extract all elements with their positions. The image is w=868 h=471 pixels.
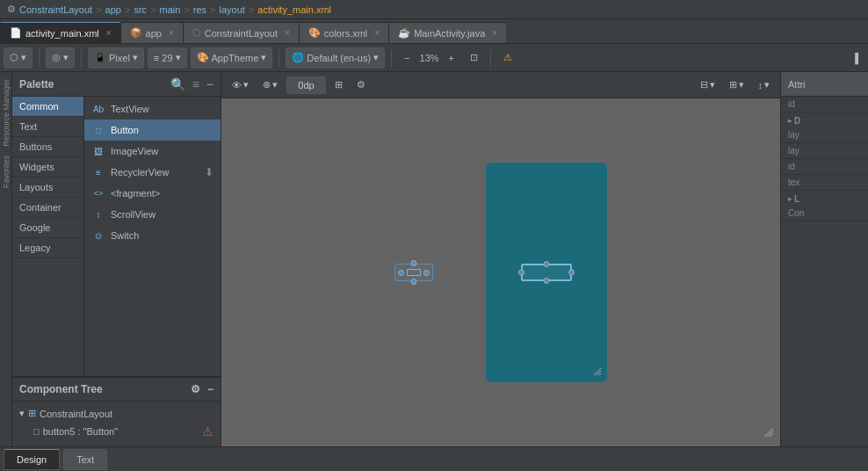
device-button-widget[interactable] (521, 264, 572, 281)
phone-icon: 📱 (94, 52, 106, 63)
attr-section-d: ▸ D (781, 112, 868, 127)
design-mode-dropdown[interactable]: ⬡ ▾ (4, 47, 33, 69)
bc-main[interactable]: main (160, 4, 181, 15)
palette-item-label: <fragment> (111, 188, 160, 199)
zoom-in-button[interactable]: + (443, 47, 460, 69)
chevron-align: ▾ (710, 79, 715, 91)
chevron-down-icon: ▾ (21, 52, 26, 63)
palette-item-button[interactable]: □ Button (84, 120, 221, 141)
imageview-icon: 🖼 (91, 144, 105, 158)
cat-layouts[interactable]: Layouts (12, 178, 83, 198)
tab-app[interactable]: 📦 app × (120, 22, 183, 43)
tab-close-constraint[interactable]: × (285, 28, 290, 38)
canvas-area: 👁 ▾ ⊗ ▾ ⊞ ⚙ ⊟ ▾ ⊞ ▾ ↕ (221, 72, 780, 446)
bc-icon: ⚙ (7, 4, 16, 15)
align-button[interactable]: ⊟ ▾ (695, 76, 720, 95)
bc-res[interactable]: res (193, 4, 206, 15)
resource-manager-vtab[interactable]: Resource Manager (1, 76, 11, 150)
api-dropdown[interactable]: ≡ 29 ▾ (148, 47, 187, 69)
palette-categories: Common Text Buttons Widgets Layouts Cont… (12, 97, 84, 376)
design-surface-dropdown[interactable]: ◎ ▾ (46, 47, 75, 69)
tab-close-java[interactable]: × (492, 28, 497, 38)
preview-dot-right (423, 270, 430, 276)
constraint-button[interactable]: ↕ ▾ (753, 76, 776, 95)
chevron-down-icon-2: ▾ (63, 52, 69, 63)
zoom-out-button[interactable]: − (398, 47, 416, 69)
tab-activity-main[interactable]: 📄 activity_main.xml × (0, 22, 120, 43)
palette-item-textview[interactable]: Ab TextView (84, 98, 221, 120)
cat-legacy[interactable]: Legacy (12, 238, 83, 258)
palette-minimize-icon[interactable]: − (206, 77, 213, 91)
palette-item-recyclerview[interactable]: ≡ RecyclerView ⬇ (84, 162, 221, 183)
tab-mainactivity[interactable]: ☕ MainActivity.java × (388, 22, 506, 43)
tab-design[interactable]: Design (4, 449, 60, 470)
resize-corner-icon (592, 366, 603, 379)
palette-item-switch[interactable]: ⊙ Switch (84, 225, 221, 246)
fit-screen-button[interactable]: ⊡ (464, 47, 484, 69)
warning-button[interactable]: ⚠ (497, 47, 518, 69)
palette-item-label: Switch (111, 230, 139, 241)
tab-close-colors[interactable]: × (374, 28, 380, 38)
palette-item-imageview[interactable]: 🖼 ImageView (84, 141, 221, 162)
palette-item-label: TextView (111, 104, 149, 114)
textview-icon: Ab (91, 102, 105, 116)
tree-expand-icon: ▾ (19, 408, 25, 419)
magnet-button[interactable]: ⊗ ▾ (257, 76, 283, 95)
palette-item-label: ImageView (111, 146, 158, 156)
palette-item-scrollview[interactable]: ↕ ScrollView (84, 204, 221, 225)
secondary-toolbar: 👁 ▾ ⊗ ▾ ⊞ ⚙ ⊟ ▾ ⊞ ▾ ↕ (221, 72, 780, 98)
attributes-title: Attri (788, 79, 806, 90)
theme-dropdown[interactable]: 🎨 AppTheme ▾ (191, 47, 273, 69)
palette-search-icon[interactable]: 🔍 (170, 77, 185, 91)
tab-text[interactable]: Text (63, 449, 107, 470)
button5-icon: □ (33, 426, 40, 437)
design-mode-icon: ⬡ (10, 52, 18, 63)
section-label-l: L (794, 194, 799, 204)
palette-item-label: RecyclerView (111, 167, 169, 178)
bc-layout[interactable]: layout (220, 4, 245, 15)
tree-settings-icon[interactable]: ⚙ (191, 383, 200, 395)
cat-widgets[interactable]: Widgets (12, 157, 83, 178)
palette-item-fragment[interactable]: <> <fragment> (84, 183, 221, 204)
minus-icon: − (404, 53, 409, 63)
bc-constraint[interactable]: ConstraintLayout (19, 4, 92, 15)
device-frame (486, 163, 607, 382)
palette-more-icon[interactable]: ≡ (192, 77, 199, 91)
attributes-toggle[interactable]: ▐ (845, 47, 864, 69)
attr-label-con: Con (788, 208, 807, 218)
favorites-vtab[interactable]: Favorites (1, 152, 11, 192)
locale-dropdown[interactable]: 🌐 Default (en-us) ▾ (286, 47, 385, 69)
cat-container[interactable]: Container (12, 198, 83, 218)
chevron-down-icon-6: ▾ (373, 52, 379, 63)
attr-label-lay2: lay (788, 146, 807, 156)
bc-app[interactable]: app (105, 4, 121, 15)
ct-constraint-layout[interactable]: ▾ ⊞ ConstraintLayout (12, 405, 221, 422)
tab-close-app[interactable]: × (169, 28, 174, 38)
tab-constraint[interactable]: ⬡ ConstraintLayout × (183, 22, 299, 43)
offset-input[interactable] (286, 76, 326, 94)
tab-close-activity[interactable]: × (106, 28, 112, 38)
tab-icon-constraint: ⬡ (192, 27, 201, 39)
eye-button[interactable]: 👁 ▾ (227, 76, 254, 95)
tree-minimize-icon[interactable]: − (207, 383, 213, 395)
cat-common[interactable]: Common (12, 97, 83, 117)
section-triangle-d: ▸ (788, 117, 792, 125)
device-dropdown[interactable]: 📱 Pixel ▾ (88, 47, 144, 69)
ct-button5[interactable]: □ button5 : "Button" ⚠ (12, 422, 221, 441)
recyclerview-icon: ≡ (91, 165, 105, 179)
canvas-corner (763, 426, 775, 441)
tools-button[interactable]: ⚙ (351, 76, 371, 95)
tab-bar: 📄 activity_main.xml × 📦 app × ⬡ Constrai… (0, 19, 868, 44)
cat-text[interactable]: Text (12, 117, 83, 137)
component-tree-panel: Component Tree ⚙ − ▾ ⊞ ConstraintLayout … (12, 376, 221, 446)
cat-buttons[interactable]: Buttons (12, 137, 83, 157)
margin-button[interactable]: ⊞ ▾ (724, 76, 749, 95)
ct-node-label: ConstraintLayout (40, 409, 112, 419)
tab-colors[interactable]: 🎨 colors.xml × (299, 22, 388, 43)
grid-button[interactable]: ⊞ (329, 76, 348, 95)
toolbar-sep-1 (39, 49, 40, 67)
bc-src[interactable]: src (134, 4, 147, 15)
cat-google[interactable]: Google (12, 218, 83, 238)
theme-icon: 🎨 (197, 52, 209, 63)
attr-label-tex: tex (788, 178, 807, 187)
